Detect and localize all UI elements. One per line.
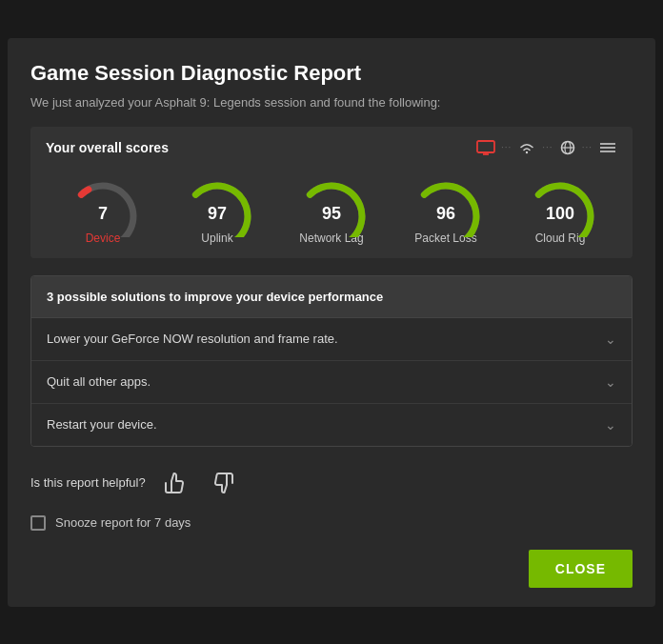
gauge-container-device: 7 0 100 (60, 171, 146, 228)
solution-item[interactable]: Lower your GeForce NOW resolution and fr… (31, 318, 632, 361)
gauge-svg-uplink: 97 0 100 (174, 171, 260, 237)
dots-3: ··· (582, 142, 593, 152)
feedback-label: Is this report helpful? (30, 475, 146, 490)
thumbs-up-button[interactable] (161, 468, 191, 498)
gauge-value-uplink: 97 (208, 203, 227, 222)
gauge-svg-cloud-rig: 100 0 100 (517, 171, 603, 237)
gauges-row: 7 0 100 Device 97 0 100 Uplink (46, 171, 617, 245)
gauge-value-device: 7 (98, 203, 108, 222)
snooze-label[interactable]: Snooze report for 7 days (55, 515, 191, 530)
gauge-packet-loss: 96 0 100 Packet Loss (403, 171, 489, 245)
scores-icons: ··· ··· (476, 140, 617, 155)
wifi-icon (517, 140, 536, 155)
gauge-network-lag: 95 0 100 Network Lag (289, 171, 374, 245)
gauge-device: 7 0 100 Device (60, 171, 146, 245)
globe-icon (559, 140, 576, 155)
dialog-title: Game Session Diagnostic Report (30, 61, 633, 86)
solutions-list: Lower your GeForce NOW resolution and fr… (31, 318, 632, 446)
solution-item[interactable]: Restart your device. ⌄ (31, 404, 632, 446)
gauge-svg-packet-loss: 96 0 100 (403, 171, 489, 237)
svg-point-3 (526, 151, 528, 152)
gauge-container-packet-loss: 96 0 100 (403, 171, 489, 228)
svg-rect-0 (477, 141, 494, 152)
gauge-value-network-lag: 95 (322, 203, 341, 222)
gauge-uplink: 97 0 100 Uplink (174, 171, 260, 245)
solution-item[interactable]: Quit all other apps. ⌄ (31, 361, 632, 404)
gauge-value-cloud-rig: 100 (546, 203, 574, 222)
chevron-down-icon: ⌄ (605, 332, 616, 347)
solution-text: Lower your GeForce NOW resolution and fr… (47, 332, 338, 346)
chevron-down-icon: ⌄ (605, 374, 616, 390)
gauge-container-cloud-rig: 100 0 100 (517, 171, 603, 228)
scores-title: Your overall scores (46, 140, 169, 155)
gauge-container-network-lag: 95 0 100 (289, 171, 374, 228)
dialog-subtitle: We just analyzed your Asphalt 9: Legends… (30, 95, 633, 110)
gauge-cloud-rig: 100 0 100 Cloud Rig (517, 171, 603, 245)
monitor-icon (476, 140, 495, 155)
solution-text: Quit all other apps. (47, 374, 151, 389)
diagnostic-dialog: Game Session Diagnostic Report We just a… (8, 38, 655, 607)
dots-2: ··· (542, 142, 552, 152)
dots-1: ··· (501, 142, 512, 152)
gauge-value-packet-loss: 96 (436, 203, 455, 222)
gauge-container-uplink: 97 0 100 (174, 171, 260, 228)
gauge-svg-device: 7 0 100 (60, 171, 146, 237)
bars-icon (598, 140, 617, 155)
snooze-row: Snooze report for 7 days (30, 515, 633, 531)
feedback-row: Is this report helpful? (30, 468, 633, 498)
gauge-svg-network-lag: 95 0 100 (289, 171, 374, 237)
solutions-header: 3 possible solutions to improve your dev… (31, 276, 632, 318)
snooze-checkbox[interactable] (30, 515, 46, 531)
solution-text: Restart your device. (47, 417, 157, 432)
scores-panel: Your overall scores ··· (30, 127, 633, 258)
scores-header: Your overall scores ··· (46, 140, 617, 155)
close-button[interactable]: CLOSE (529, 550, 633, 588)
chevron-down-icon: ⌄ (605, 417, 616, 433)
bottom-row: CLOSE (30, 550, 633, 588)
thumbs-down-button[interactable] (207, 468, 237, 498)
solutions-panel: 3 possible solutions to improve your dev… (30, 275, 633, 447)
